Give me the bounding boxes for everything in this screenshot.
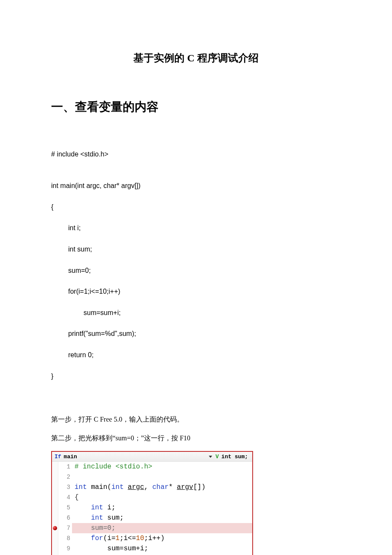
line-number: 6	[58, 513, 70, 523]
variable-selector[interactable]: V int sum;	[216, 454, 252, 460]
breakpoint-slot[interactable]	[52, 523, 58, 533]
breakpoint-slot[interactable]	[52, 503, 58, 513]
if-keyword-icon: If	[55, 454, 61, 460]
line-number: 5	[58, 503, 70, 513]
line-number-gutter: 12345678910111213	[58, 462, 72, 555]
doc-title: 基于实例的 C 程序调试介绍	[51, 51, 341, 65]
editor-topbar: If main V int sum;	[52, 452, 252, 462]
line-number: 9	[58, 543, 70, 554]
editor-line[interactable]: sum=sum+i;	[72, 543, 252, 554]
line-number: 3	[58, 482, 70, 492]
line-number: 7	[58, 523, 70, 533]
code-line: int i;	[51, 223, 341, 234]
plain-code-block: # include <stdio.h> int main(int argc, c…	[51, 139, 341, 403]
line-number: 1	[58, 462, 70, 472]
code-line: {	[51, 202, 341, 213]
editor-line[interactable]: for(i=1;i<=10;i++)	[72, 533, 252, 543]
code-line: return 0;	[51, 350, 341, 361]
line-number: 8	[58, 533, 70, 543]
variable-icon: V	[216, 454, 219, 460]
editor-line[interactable]: int sum;	[72, 513, 252, 523]
variable-name: int sum;	[222, 454, 248, 460]
editor-line[interactable]: int i;	[72, 503, 252, 513]
editor-line[interactable]	[72, 472, 252, 482]
step-2: 第二步，把光标移到“sum=0；”这一行，按 F10	[51, 433, 341, 444]
function-name: main	[64, 454, 77, 460]
breakpoint-slot[interactable]	[52, 513, 58, 523]
breakpoint-slot[interactable]	[52, 492, 58, 503]
document-page: 基于实例的 C 程序调试介绍 一、查看变量的内容 # include <stdi…	[0, 0, 392, 555]
editor-line[interactable]: # include <stdio.h>	[72, 462, 252, 472]
breakpoint-slot[interactable]	[52, 533, 58, 543]
code-line: sum=0;	[51, 266, 341, 276]
code-area[interactable]: # include <stdio.h>int main(int argc, ch…	[72, 462, 252, 555]
editor-line[interactable]: {	[72, 492, 252, 503]
code-line: int main(int argc, char* argv[])	[51, 181, 341, 191]
section-heading-1: 一、查看变量的内容	[51, 99, 341, 115]
breakpoint-slot[interactable]	[52, 543, 58, 554]
code-line: printf("sum=%d",sum);	[51, 329, 341, 339]
breakpoint-gutter[interactable]	[52, 462, 58, 555]
code-line: sum=sum+i;	[51, 308, 341, 318]
line-number: 4	[58, 492, 70, 503]
code-line: int sum;	[51, 244, 341, 255]
editor-screenshot: If main V int sum; 12345678910111213 # i…	[51, 451, 253, 555]
line-number: 2	[58, 472, 70, 482]
breakpoint-slot[interactable]	[52, 462, 58, 472]
code-line: }	[51, 371, 341, 382]
editor-line[interactable]: int main(int argc, char* argv[])	[72, 482, 252, 492]
breakpoint-slot[interactable]	[52, 482, 58, 492]
breakpoint-icon[interactable]	[53, 526, 57, 530]
chevron-down-icon[interactable]	[209, 456, 212, 458]
editor-body: 12345678910111213 # include <stdio.h>int…	[52, 462, 252, 555]
code-line: # include <stdio.h>	[51, 149, 341, 160]
step-1: 第一步，打开 C Free 5.0，输入上面的代码。	[51, 414, 341, 425]
code-line: for(i=1;i<=10;i++)	[51, 286, 341, 297]
function-selector[interactable]: If main	[52, 454, 205, 460]
breakpoint-slot[interactable]	[52, 472, 58, 482]
editor-line[interactable]: sum=0;	[72, 523, 252, 533]
